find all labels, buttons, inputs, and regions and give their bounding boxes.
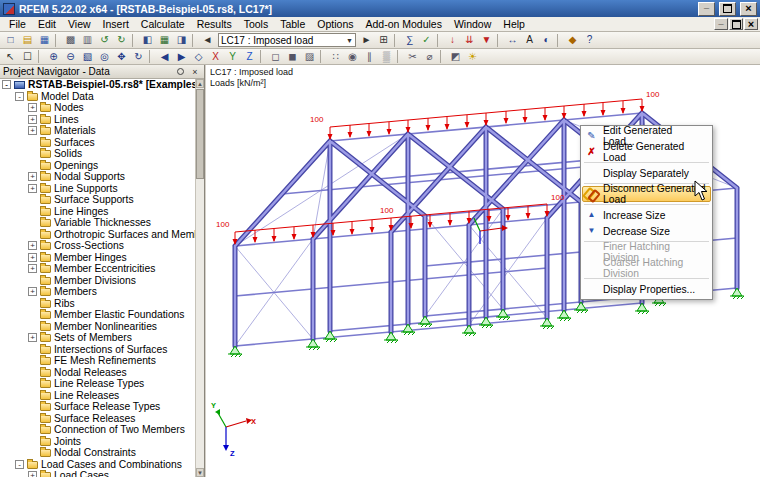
tree-item[interactable]: Member Divisions bbox=[0, 275, 195, 287]
dimension-icon[interactable]: ↔ bbox=[504, 33, 521, 48]
tree-item[interactable]: FE Mesh Refinements bbox=[0, 355, 195, 367]
toolbar-separator[interactable] bbox=[55, 34, 60, 47]
snap-icon[interactable]: ◉ bbox=[344, 49, 361, 64]
tree-expander[interactable] bbox=[28, 149, 37, 158]
wireframe-icon[interactable]: ◻ bbox=[267, 49, 284, 64]
tree-expander[interactable] bbox=[28, 218, 37, 227]
tree-item[interactable]: Member Nonlinearities bbox=[0, 321, 195, 333]
tree-expander[interactable]: + bbox=[28, 264, 37, 273]
calculate-icon[interactable]: ∑ bbox=[401, 33, 418, 48]
tree-item[interactable]: Line Releases bbox=[0, 390, 195, 402]
tree-expander[interactable]: + bbox=[28, 103, 37, 112]
tree-expander[interactable]: - bbox=[15, 92, 24, 101]
toolbar-separator[interactable] bbox=[437, 34, 442, 47]
minimize-button[interactable] bbox=[698, 2, 715, 16]
context-menu-item-display-properties[interactable]: Display Properties... bbox=[582, 281, 711, 297]
tree-expander[interactable] bbox=[28, 299, 37, 308]
scrollbar-thumb[interactable] bbox=[196, 89, 204, 179]
tree-expander[interactable] bbox=[28, 322, 37, 331]
tree-expander[interactable]: + bbox=[28, 241, 37, 250]
tree-expander[interactable]: - bbox=[15, 460, 24, 469]
solid-model-icon[interactable]: ◼ bbox=[284, 49, 301, 64]
tree-item[interactable]: Orthotropic Surfaces and Membra bbox=[0, 229, 195, 241]
tree-expander[interactable] bbox=[28, 414, 37, 423]
lighting-icon[interactable]: ☀ bbox=[464, 49, 481, 64]
load-case-next-icon[interactable]: ► bbox=[358, 33, 375, 48]
tree-expander[interactable]: + bbox=[28, 471, 37, 477]
tree-item[interactable]: + Member Hinges bbox=[0, 252, 195, 264]
tree-item[interactable]: Openings bbox=[0, 160, 195, 172]
menu-item[interactable]: Edit bbox=[32, 17, 62, 31]
tree-expander[interactable] bbox=[28, 356, 37, 365]
new-file-icon[interactable]: □ bbox=[2, 33, 19, 48]
maximize-button[interactable] bbox=[719, 2, 736, 16]
tree-expander[interactable]: + bbox=[28, 333, 37, 342]
help-icon[interactable]: ? bbox=[581, 33, 598, 48]
tree-expander[interactable]: + bbox=[28, 253, 37, 262]
tree-item[interactable]: Ribs bbox=[0, 298, 195, 310]
tree-expander[interactable] bbox=[28, 161, 37, 170]
context-menu-item-increase-size[interactable]: Increase Size bbox=[582, 207, 711, 223]
menu-item[interactable]: Tools bbox=[238, 17, 275, 31]
menu-item[interactable]: File bbox=[3, 17, 32, 31]
tree-expander[interactable] bbox=[28, 207, 37, 216]
save-icon[interactable]: ▦ bbox=[36, 33, 53, 48]
tree-item[interactable]: - Model Data bbox=[0, 91, 195, 103]
tree-item[interactable]: - Load Cases and Combinations bbox=[0, 459, 195, 471]
toolbar-separator[interactable] bbox=[149, 50, 154, 63]
tables-icon[interactable]: ▦ bbox=[156, 33, 173, 48]
grid-icon[interactable]: ∷ bbox=[327, 49, 344, 64]
tree-item[interactable]: Solids bbox=[0, 148, 195, 160]
isometric-view-icon[interactable]: ◇ bbox=[190, 49, 207, 64]
tree-item[interactable]: + Member Eccentricities bbox=[0, 263, 195, 275]
tree-item[interactable]: Intersections of Surfaces bbox=[0, 344, 195, 356]
view-x-icon[interactable]: X bbox=[207, 49, 224, 64]
tree-item[interactable]: + Sets of Members bbox=[0, 332, 195, 344]
print-icon[interactable]: ▩ bbox=[62, 33, 79, 48]
menu-item[interactable]: Options bbox=[311, 17, 359, 31]
tree-item[interactable]: Nodal Constraints bbox=[0, 447, 195, 459]
tree-item[interactable]: + Materials bbox=[0, 125, 195, 137]
tree-item[interactable]: Surface Releases bbox=[0, 413, 195, 425]
zoom-all-icon[interactable]: ◎ bbox=[96, 49, 113, 64]
menu-item[interactable]: Insert bbox=[97, 17, 135, 31]
tree-expander[interactable]: + bbox=[28, 287, 37, 296]
tree-expander[interactable]: - bbox=[2, 80, 11, 89]
hidden-lines-icon[interactable]: ▨ bbox=[301, 49, 318, 64]
tree-item[interactable]: - RSTAB-Beispiel-05.rs8* [Examples] bbox=[0, 79, 195, 91]
tree-expander[interactable] bbox=[28, 437, 37, 446]
toolbar-separator[interactable] bbox=[394, 34, 399, 47]
tree-item[interactable]: + Nodal Supports bbox=[0, 171, 195, 183]
open-icon[interactable]: ▤ bbox=[19, 33, 36, 48]
mdi-minimize-button[interactable] bbox=[714, 18, 728, 30]
view-y-icon[interactable]: Y bbox=[224, 49, 241, 64]
next-view-icon[interactable]: ▶ bbox=[173, 49, 190, 64]
surface-load-icon[interactable]: ▼ bbox=[478, 33, 495, 48]
menu-item[interactable]: Window bbox=[448, 17, 497, 31]
scroll-down-icon[interactable]: ▼ bbox=[196, 468, 204, 477]
toolbar-separator[interactable] bbox=[132, 34, 137, 47]
previous-view-icon[interactable]: ◀ bbox=[156, 49, 173, 64]
context-menu-item-disconnect-generated-load[interactable]: Disconnect Generated Load bbox=[582, 186, 711, 202]
background-icon[interactable]: ▒ bbox=[378, 49, 395, 64]
tree-expander[interactable] bbox=[28, 368, 37, 377]
context-menu-item-display-separately[interactable]: Display Separately bbox=[582, 165, 711, 181]
menu-item[interactable]: Results bbox=[191, 17, 238, 31]
navigator-scrollbar[interactable]: ▲ ▼ bbox=[195, 79, 204, 477]
member-load-icon[interactable]: ⇊ bbox=[461, 33, 478, 48]
toolbar-separator[interactable] bbox=[557, 34, 562, 47]
comment-icon[interactable]: A bbox=[521, 33, 538, 48]
tree-expander[interactable] bbox=[28, 345, 37, 354]
panel-icon[interactable]: ◨ bbox=[173, 33, 190, 48]
clipping-icon[interactable]: ✂ bbox=[404, 49, 421, 64]
scroll-up-icon[interactable]: ▲ bbox=[196, 79, 204, 88]
tree-expander[interactable]: + bbox=[28, 115, 37, 124]
zoom-window-icon[interactable]: ▧ bbox=[79, 49, 96, 64]
load-case-prev-icon[interactable]: ◄ bbox=[199, 33, 216, 48]
pan-icon[interactable]: ✥ bbox=[113, 49, 130, 64]
panel-close-icon[interactable]: × bbox=[189, 66, 201, 77]
tree-expander[interactable]: + bbox=[28, 184, 37, 193]
tree-item[interactable]: + Members bbox=[0, 286, 195, 298]
tree-expander[interactable] bbox=[28, 425, 37, 434]
close-button[interactable] bbox=[740, 2, 757, 16]
